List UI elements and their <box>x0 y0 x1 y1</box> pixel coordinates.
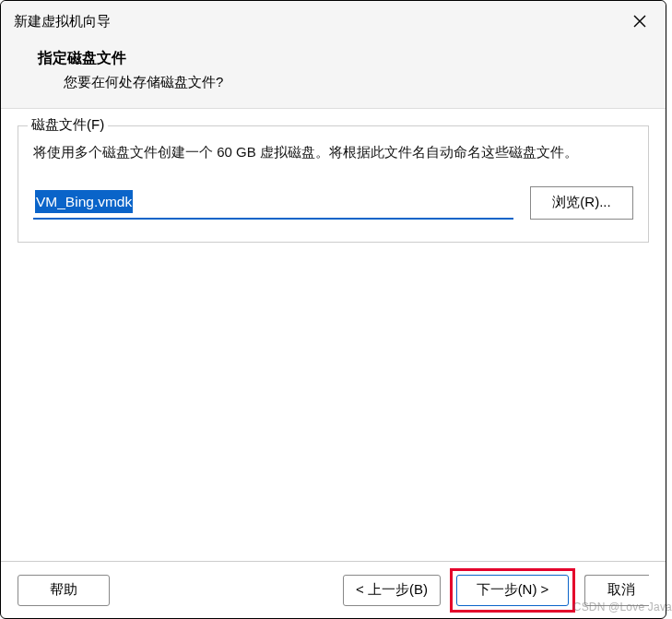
description-text: 将使用多个磁盘文件创建一个 60 GB 虚拟磁盘。将根据此文件名自动命名这些磁盘… <box>33 139 633 166</box>
disk-file-value: VM_Bing.vmdk <box>35 190 133 214</box>
titlebar: 新建虚拟机向导 <box>1 1 666 40</box>
next-button[interactable]: 下一步(N) > <box>456 575 569 606</box>
page-subtitle: 您要在何处存储磁盘文件? <box>38 74 653 91</box>
content-area: 磁盘文件(F) 将使用多个磁盘文件创建一个 60 GB 虚拟磁盘。将根据此文件名… <box>1 109 666 243</box>
browse-button[interactable]: 浏览(R)... <box>530 186 633 220</box>
back-button[interactable]: < 上一步(B) <box>343 575 441 606</box>
next-highlight-frame: 下一步(N) > <box>450 568 575 613</box>
window-title: 新建虚拟机向导 <box>14 13 111 30</box>
disk-file-fieldset: 磁盘文件(F) 将使用多个磁盘文件创建一个 60 GB 虚拟磁盘。将根据此文件名… <box>18 125 649 243</box>
file-input-row: VM_Bing.vmdk 浏览(R)... <box>33 186 633 220</box>
help-button[interactable]: 帮助 <box>18 575 110 606</box>
page-title: 指定磁盘文件 <box>38 49 653 68</box>
close-button[interactable] <box>627 8 653 34</box>
fieldset-legend: 磁盘文件(F) <box>28 116 108 134</box>
close-icon <box>632 14 647 29</box>
wizard-footer: 帮助 < 上一步(B) 下一步(N) > 取消 <box>1 561 666 618</box>
disk-file-input[interactable]: VM_Bing.vmdk <box>33 186 513 220</box>
watermark: CSDN @Love Java <box>573 601 672 613</box>
wizard-header: 指定磁盘文件 您要在何处存储磁盘文件? <box>1 40 666 109</box>
wizard-window: 新建虚拟机向导 指定磁盘文件 您要在何处存储磁盘文件? 磁盘文件(F) 将使用多… <box>0 0 666 619</box>
